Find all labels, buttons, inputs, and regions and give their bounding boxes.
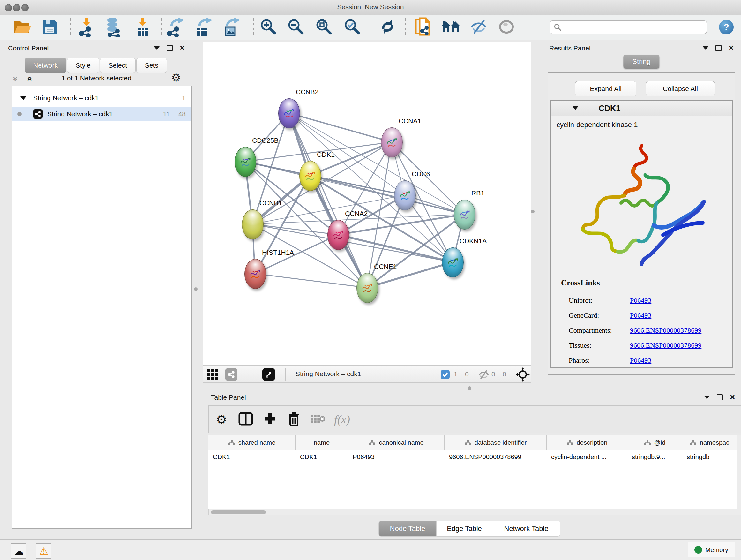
- birdseye-icon[interactable]: [207, 368, 219, 382]
- panel-close-icon[interactable]: ×: [180, 46, 185, 51]
- panel-float-icon[interactable]: [716, 45, 722, 51]
- tab-sets[interactable]: Sets: [136, 58, 167, 73]
- table-settings-gear-icon[interactable]: ⚙: [216, 412, 227, 427]
- toolbar-separator: [253, 18, 254, 37]
- hidden-eye-icon[interactable]: [478, 369, 489, 381]
- zoom-selected-icon[interactable]: [343, 18, 361, 37]
- import-network-database-icon[interactable]: [104, 17, 123, 38]
- crosshair-icon[interactable]: [516, 368, 530, 383]
- panel-menu-icon[interactable]: [703, 46, 709, 50]
- import-table-icon[interactable]: [134, 17, 151, 38]
- save-session-icon[interactable]: [41, 18, 59, 37]
- crosslink-link[interactable]: P06493: [630, 296, 651, 305]
- network-canvas[interactable]: CCNB2CCNA1CDC25BCDK1CDC6RB1CCNB1CCNA2CDK…: [203, 42, 531, 366]
- collapse-all-button[interactable]: Collapse All: [646, 81, 715, 97]
- table-cell[interactable]: 9606.ENSP00000378699: [445, 453, 547, 461]
- delete-column-icon[interactable]: [287, 412, 300, 428]
- help-icon[interactable]: ?: [719, 20, 734, 35]
- gene-entry-header[interactable]: CDK1: [551, 101, 732, 116]
- tab-network[interactable]: Network: [24, 58, 66, 73]
- zoom-out-icon[interactable]: [287, 18, 305, 37]
- homes-icon[interactable]: [441, 19, 461, 36]
- open-in-new-icon[interactable]: [262, 368, 275, 381]
- export-image-icon[interactable]: [222, 17, 241, 38]
- column-header-description[interactable]: description: [547, 435, 627, 449]
- cloud-button[interactable]: ☁: [11, 543, 26, 559]
- hide-selected-icon[interactable]: [470, 19, 488, 36]
- node-hist1h1a[interactable]: [245, 259, 266, 289]
- delete-table-icon[interactable]: [310, 413, 326, 426]
- panel-close-icon[interactable]: ×: [730, 395, 735, 400]
- open-session-icon[interactable]: [12, 18, 31, 37]
- collection-expand-icon[interactable]: [20, 97, 26, 100]
- network-collection-row[interactable]: String Network – cdk1 1: [12, 91, 192, 105]
- column-header-database-identifier[interactable]: database identifier: [445, 435, 547, 449]
- column-header-namespac[interactable]: namespac: [682, 435, 737, 449]
- tab-string[interactable]: String: [623, 55, 659, 69]
- export-network-icon[interactable]: [166, 17, 185, 38]
- right-splitter-grip[interactable]: [531, 210, 535, 213]
- show-columns-icon[interactable]: [239, 412, 253, 427]
- table-cell[interactable]: stringdb:9...: [627, 453, 682, 461]
- tab-edge-table[interactable]: Edge Table: [436, 521, 492, 537]
- share-document-icon[interactable]: [413, 17, 431, 38]
- node-ccna2[interactable]: [327, 220, 349, 250]
- tab-node-table[interactable]: Node Table: [379, 521, 436, 537]
- search-box[interactable]: [550, 20, 707, 34]
- add-column-icon[interactable]: [263, 412, 277, 427]
- crosslink-link[interactable]: 9606.ENSP00000378699: [630, 341, 701, 350]
- left-splitter-grip[interactable]: [194, 287, 198, 291]
- node-ccne1[interactable]: [356, 273, 378, 303]
- function-builder-icon[interactable]: f(x): [334, 413, 350, 426]
- panel-menu-icon[interactable]: [704, 395, 710, 399]
- tab-network-table[interactable]: Network Table: [492, 521, 560, 537]
- vertical-scrollbar[interactable]: [737, 435, 741, 515]
- node-cdc6[interactable]: [394, 180, 416, 210]
- network-options-gear-icon[interactable]: ⚙: [172, 71, 181, 84]
- zoom-fit-icon[interactable]: [315, 18, 333, 37]
- crosslink-link[interactable]: P06493: [630, 356, 651, 365]
- table-cell[interactable]: CDK1: [295, 453, 348, 461]
- crosslink-link[interactable]: P06493: [630, 311, 651, 320]
- node-ccna1[interactable]: [381, 127, 403, 158]
- network-view-toolbar: String Network – cdk1 1 – 0 0 – 0: [203, 366, 531, 383]
- import-network-icon[interactable]: [77, 17, 95, 38]
- column-header--id[interactable]: @id: [627, 435, 682, 449]
- zoom-in-icon[interactable]: [259, 18, 277, 37]
- refresh-icon[interactable]: [379, 18, 397, 37]
- bottom-splitter-grip[interactable]: [468, 386, 471, 390]
- table-cell[interactable]: cyclin-dependent ...: [547, 453, 627, 461]
- tab-select[interactable]: Select: [100, 58, 136, 73]
- column-header-name[interactable]: name: [295, 435, 348, 449]
- panel-float-icon[interactable]: [717, 394, 723, 400]
- export-table-icon[interactable]: [194, 17, 213, 38]
- panel-menu-icon[interactable]: [154, 46, 159, 50]
- crosslink-link[interactable]: 9606.ENSP00000378699: [630, 326, 701, 334]
- table-cell[interactable]: CDK1: [208, 453, 295, 461]
- column-header-canonical-name[interactable]: canonical name: [348, 435, 445, 449]
- table-cell[interactable]: stringdb: [682, 453, 737, 461]
- tab-style[interactable]: Style: [67, 58, 99, 73]
- selected-checkbox-icon[interactable]: [441, 370, 450, 381]
- panel-close-icon[interactable]: ×: [729, 46, 734, 51]
- node-cdc25b[interactable]: [234, 147, 256, 177]
- search-input[interactable]: [562, 23, 706, 31]
- panel-float-icon[interactable]: [166, 45, 173, 51]
- node-ccnb2[interactable]: [278, 98, 300, 128]
- memory-button[interactable]: Memory: [688, 542, 735, 557]
- warning-button[interactable]: ⚠: [36, 543, 51, 559]
- node-rb1[interactable]: [454, 199, 475, 230]
- horizontal-scrollbar[interactable]: [208, 509, 737, 515]
- expand-all-button[interactable]: Expand All: [575, 81, 636, 97]
- table-row[interactable]: CDK1CDK1P064939606.ENSP00000378699cyclin…: [208, 450, 737, 464]
- node-cdk1[interactable]: [299, 161, 321, 191]
- node-cdkn1a[interactable]: [442, 247, 464, 277]
- show-all-icon[interactable]: [498, 19, 515, 36]
- node-ccnb1[interactable]: [242, 209, 264, 240]
- scrollbar-thumb[interactable]: [211, 510, 266, 514]
- gene-collapse-icon[interactable]: [572, 106, 578, 110]
- column-header-shared-name[interactable]: shared name: [208, 435, 295, 449]
- share-icon[interactable]: [225, 368, 238, 381]
- network-row[interactable]: String Network – cdk1 11 48: [12, 107, 192, 121]
- table-cell[interactable]: P06493: [348, 453, 445, 461]
